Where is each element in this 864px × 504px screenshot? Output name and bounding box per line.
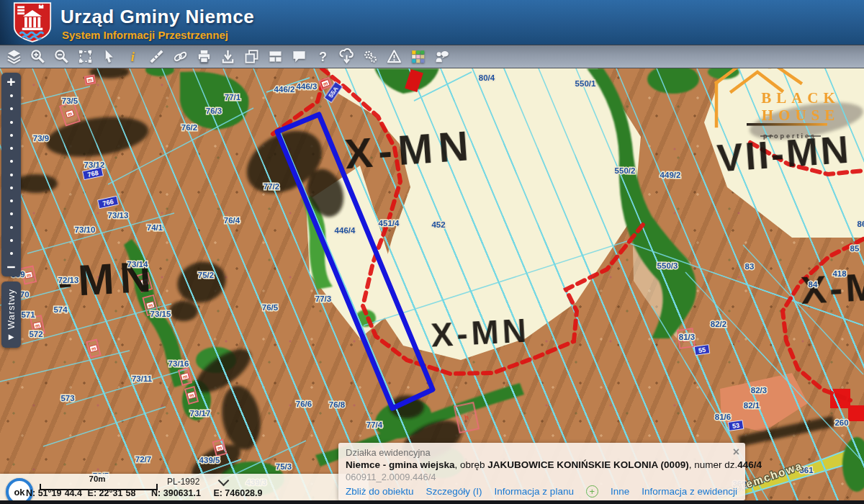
parcel-label[interactable]: 72/13 — [58, 276, 79, 284]
warning-icon[interactable] — [384, 48, 403, 66]
download-pin-icon[interactable] — [218, 48, 237, 66]
zoom-level-dot[interactable] — [10, 134, 13, 137]
parcel-label[interactable]: 446/2 — [274, 85, 295, 94]
parcel-label[interactable]: 80/4 — [479, 73, 495, 82]
parcel-label[interactable]: 73/16 — [168, 359, 189, 368]
zoom-level-dot[interactable] — [10, 121, 13, 124]
parcel-label[interactable]: 75/2 — [198, 271, 214, 279]
parcel-label[interactable]: 84 — [809, 280, 818, 289]
svg-text:53: 53 — [732, 422, 739, 430]
parcel-label[interactable]: 446/3 — [297, 82, 318, 91]
parcel-label[interactable]: 77/4 — [366, 420, 383, 429]
popup-link[interactable]: Informacja z ewidencji — [642, 486, 737, 497]
parcel-label[interactable]: 76/8 — [329, 400, 346, 409]
layers-panel-tab[interactable]: Warstwy ▶ — [1, 282, 21, 348]
address-plate: 766 — [98, 196, 119, 208]
select-area-icon[interactable] — [76, 48, 94, 66]
measure-icon[interactable] — [147, 48, 166, 66]
parcel-label[interactable]: 76/5 — [262, 303, 279, 312]
zoom-in-button[interactable]: + — [1, 73, 21, 91]
feedback-icon[interactable] — [432, 48, 451, 66]
zoom-level-dot[interactable] — [10, 147, 13, 150]
zoom-level-dot[interactable] — [10, 107, 13, 110]
crs-selector[interactable]: PL-1992 — [167, 477, 228, 487]
parcel-label[interactable]: 76/3 — [206, 107, 222, 115]
popup-link[interactable]: Inne — [611, 486, 629, 497]
parcel-label[interactable]: 571 — [21, 310, 35, 319]
parcel-label[interactable]: 550/3 — [657, 261, 678, 270]
parcel-label[interactable]: 77/2 — [264, 182, 279, 191]
parcel-label[interactable]: 446/4 — [335, 226, 356, 235]
parcel-label[interactable]: 74/1 — [147, 223, 163, 232]
parcel-label[interactable]: 451/4 — [379, 219, 400, 228]
zoom-level-dot[interactable] — [10, 226, 13, 229]
parcel-label[interactable]: 83 — [745, 262, 755, 271]
parcel-label[interactable]: 82/1 — [744, 401, 760, 410]
parcel-label[interactable]: 75/3 — [276, 462, 292, 471]
parcel-label[interactable]: 82/2 — [711, 320, 726, 328]
parcel-label[interactable]: 418 — [832, 269, 847, 278]
layers-icon[interactable] — [4, 48, 23, 66]
parcel-label[interactable]: 550/1 — [575, 79, 596, 88]
zoom-level-dot[interactable] — [10, 174, 13, 176]
parcel-label[interactable]: 452 — [431, 220, 445, 229]
more-options-plus-icon[interactable]: + — [586, 485, 598, 498]
parcel-label[interactable]: 574 — [53, 305, 68, 314]
parcel-label[interactable]: 572 — [29, 330, 42, 338]
parcel-label[interactable]: 439/5 — [199, 456, 220, 464]
zoom-slider[interactable] — [10, 91, 13, 258]
zoom-control: + − — [1, 73, 21, 276]
zoom-level-dot[interactable] — [10, 252, 13, 255]
cloud-download-icon[interactable] — [337, 48, 356, 66]
parcel-label[interactable]: 76/4 — [224, 216, 240, 225]
parcel-label[interactable]: 260 — [834, 418, 848, 427]
parcel-label[interactable]: 77/3 — [315, 294, 331, 303]
zoom-out-icon[interactable] — [52, 48, 71, 66]
parcel-label[interactable]: 73/17 — [190, 409, 211, 418]
info-icon[interactable]: i — [123, 48, 142, 66]
zoom-level-dot[interactable] — [10, 199, 13, 202]
zoom-level-dot[interactable] — [10, 186, 13, 189]
parcel-label[interactable]: 81/6 — [715, 413, 731, 421]
parcel-label[interactable]: 76/6 — [296, 400, 312, 408]
link-icon[interactable] — [171, 48, 189, 66]
print-icon[interactable] — [194, 48, 213, 66]
zoom-level-dot[interactable] — [10, 160, 13, 163]
parcel-label[interactable]: 72/7 — [135, 455, 151, 464]
popup-link[interactable]: Zbliż do obiektu — [346, 486, 414, 497]
zoom-level-dot[interactable] — [10, 94, 13, 97]
popup-link[interactable]: Szczegóły (I) — [426, 486, 482, 497]
parcel-label[interactable]: 73/10 — [75, 225, 96, 234]
parcel-label[interactable]: 85 — [850, 244, 860, 253]
parcel-label[interactable]: 73/13 — [108, 211, 129, 220]
legend-palette-icon[interactable] — [408, 48, 427, 66]
parcel-label[interactable]: 73/5 — [62, 96, 78, 105]
zoom-out-button[interactable]: − — [1, 258, 21, 276]
parcel-label[interactable]: 81/3 — [679, 333, 695, 341]
feature-info-popup: Działka ewidencyjna × Niemce - gmina wie… — [338, 443, 745, 500]
parcel-label[interactable]: 449/2 — [660, 171, 681, 179]
parcel-label[interactable]: 573 — [60, 394, 74, 402]
parcel-label[interactable]: 76/2 — [181, 123, 197, 132]
parcel-label[interactable]: 73/14 — [127, 260, 148, 269]
parcel-label[interactable]: 550/2 — [615, 166, 636, 175]
popup-actions: Zbliż do obiektuSzczegóły (I)Informacja … — [346, 485, 738, 498]
parcel-label[interactable]: 86 — [858, 220, 864, 228]
settings-icon[interactable] — [361, 48, 379, 66]
close-icon[interactable]: × — [733, 446, 739, 459]
zoom-in-icon[interactable] — [28, 48, 47, 66]
parcel-label[interactable]: 73/9 — [33, 134, 49, 143]
zoom-level-dot[interactable] — [10, 212, 13, 215]
parcel-label[interactable]: 82/3 — [751, 386, 767, 395]
help-icon[interactable]: ? — [313, 48, 332, 66]
zoom-level-dot[interactable] — [10, 239, 13, 242]
copy-view-icon[interactable] — [242, 48, 261, 66]
comment-icon[interactable] — [289, 48, 308, 66]
parcel-label[interactable]: 73/15 — [150, 310, 171, 318]
map-viewport[interactable]: mmmmmmmmmmmhm X-MNX-MNVII-MNX-MN-MN 73/9… — [0, 68, 864, 504]
parcel-label[interactable]: 77/1 — [225, 93, 241, 102]
pointer-icon[interactable] — [99, 48, 118, 66]
popup-link[interactable]: Informacja z planu — [495, 486, 574, 497]
layout-grid-icon[interactable] — [266, 48, 284, 66]
parcel-label[interactable]: 73/11 — [132, 374, 153, 383]
